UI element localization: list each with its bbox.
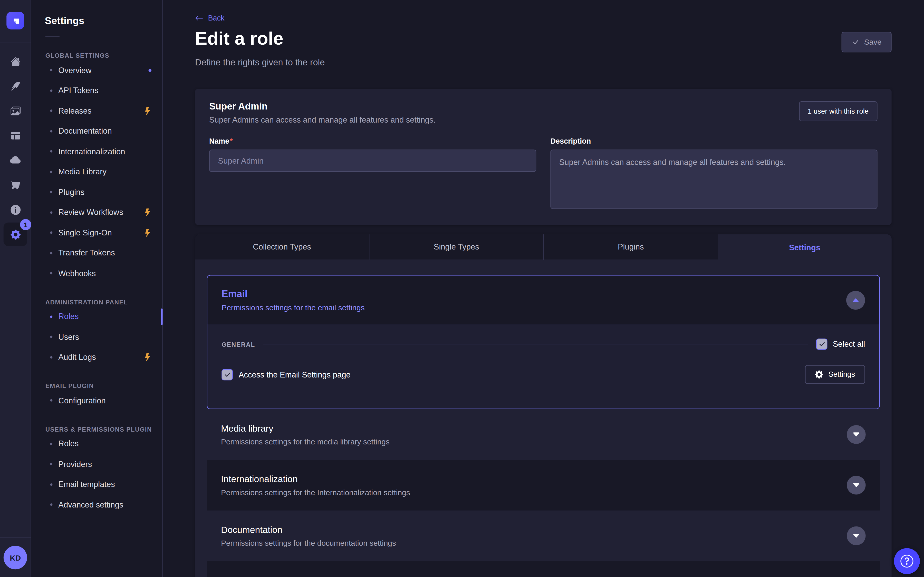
rail-divider: [0, 42, 31, 42]
sidebar-item-email-templates[interactable]: Email templates: [31, 474, 162, 495]
check-icon: [223, 371, 231, 378]
subnav-title: Settings: [31, 0, 162, 27]
description-label: Description: [550, 137, 877, 145]
access-email-settings-checkbox[interactable]: [221, 369, 233, 380]
rail-item-content-manager[interactable]: [3, 124, 27, 147]
bullet: [50, 171, 52, 173]
lightning-icon: [144, 353, 152, 361]
sidebar-item-single-sign-on[interactable]: Single Sign-On: [31, 222, 162, 243]
sidebar-item-plugins[interactable]: Plugins: [31, 182, 162, 202]
check-icon: [851, 38, 859, 46]
role-fields: Name* Description Super Admins can acces…: [209, 137, 877, 211]
expand-button[interactable]: [847, 527, 866, 545]
expand-button[interactable]: [847, 476, 866, 495]
caret-down-icon: [852, 481, 860, 489]
role-name: Super Admin: [209, 101, 436, 112]
bullet: [50, 336, 52, 338]
nav-list-email: Configuration: [31, 390, 162, 411]
name-field-group: Name*: [209, 137, 536, 211]
feather-icon: [10, 81, 20, 91]
panel-body: Email Permissions settings for the email…: [195, 260, 892, 577]
save-button[interactable]: Save: [842, 32, 892, 52]
tab-collection-types[interactable]: Collection Types: [195, 234, 370, 260]
users-with-role-button[interactable]: 1 user with this role: [799, 101, 877, 121]
permissions-panel: Collection Types Single Types Plugins Se…: [195, 234, 892, 577]
strapi-logo[interactable]: [6, 12, 24, 29]
user-avatar[interactable]: KD: [3, 546, 27, 569]
role-card-titles: Super Admin Super Admins can access and …: [209, 101, 436, 124]
bullet: [50, 483, 52, 485]
bullet: [50, 211, 52, 214]
help-button[interactable]: [894, 548, 920, 574]
description-textarea[interactable]: Super Admins can access and manage all f…: [550, 150, 877, 209]
accordion-plugins-marketplace[interactable]: Plugins and marketplace: [207, 561, 880, 577]
caret-up-icon: [851, 296, 860, 304]
sidebar-item-users[interactable]: Users: [31, 327, 162, 347]
email-settings-button[interactable]: Settings: [805, 365, 865, 384]
caret-down-icon: [852, 532, 860, 540]
rail-item-content-type-builder[interactable]: [3, 74, 27, 98]
bullet: [50, 463, 52, 465]
sidebar-item-audit-logs[interactable]: Audit Logs: [31, 347, 162, 367]
rail-bottom-divider: [0, 537, 31, 538]
gear-icon: [815, 370, 823, 379]
rail-item-settings[interactable]: 1: [3, 222, 27, 246]
rail-item-media-library[interactable]: [3, 99, 27, 122]
rail-item-deploy[interactable]: [3, 148, 27, 172]
bullet: [50, 232, 52, 234]
bullet: [50, 443, 52, 445]
sidebar-item-overview[interactable]: Overview: [31, 60, 162, 80]
sidebar-item-webhooks[interactable]: Webhooks: [31, 263, 162, 284]
accordion-internationalization[interactable]: Internationalization Permissions setting…: [207, 460, 880, 510]
sidebar-item-configuration[interactable]: Configuration: [31, 390, 162, 411]
accordion-row-titles: Media library Permissions settings for t…: [221, 423, 389, 446]
layout-icon: [10, 131, 20, 140]
sidebar-item-transfer-tokens[interactable]: Transfer Tokens: [31, 243, 162, 263]
sidebar-item-releases[interactable]: Releases: [31, 101, 162, 121]
back-link[interactable]: Back: [195, 14, 225, 22]
cart-icon: [10, 180, 20, 190]
sidebar-item-documentation[interactable]: Documentation: [31, 121, 162, 141]
rail-item-marketplace[interactable]: [3, 173, 27, 197]
email-permission-row: Access the Email Settings page Settings: [221, 365, 865, 384]
section-label-email-plugin: EMAIL PLUGIN: [31, 382, 162, 389]
accordion-email: Email Permissions settings for the email…: [207, 275, 880, 409]
accordion-email-titles: Email Permissions settings for the email…: [221, 288, 365, 312]
sidebar-item-review-workflows[interactable]: Review Workflows: [31, 202, 162, 222]
bullet: [50, 150, 52, 153]
sidebar-item-api-tokens[interactable]: API Tokens: [31, 80, 162, 100]
accordion-email-subtitle: Permissions settings for the email setti…: [221, 303, 365, 311]
rail-item-info[interactable]: [3, 198, 27, 221]
sidebar-item-roles[interactable]: Roles: [31, 306, 162, 327]
select-all-checkbox[interactable]: [816, 338, 827, 350]
section-label-administration-panel: ADMINISTRATION PANEL: [31, 298, 162, 305]
rail-bottom: KD: [0, 537, 31, 577]
collapse-button[interactable]: [846, 290, 865, 309]
tab-single-types[interactable]: Single Types: [370, 234, 544, 260]
arrow-left-icon: [195, 14, 203, 22]
sidebar-item-media-library[interactable]: Media Library: [31, 161, 162, 182]
name-input[interactable]: [209, 150, 536, 172]
group-divider-line: [263, 344, 808, 344]
sidebar-item-providers[interactable]: Providers: [31, 454, 162, 474]
rail-item-home[interactable]: [3, 50, 27, 73]
sidebar-item-internationalization[interactable]: Internationalization: [31, 141, 162, 161]
accordion-documentation[interactable]: Documentation Permissions settings for t…: [207, 511, 880, 561]
lightning-icon: [144, 208, 152, 216]
accordion-email-header[interactable]: Email Permissions settings for the email…: [207, 276, 879, 324]
role-details-card: Super Admin Super Admins can access and …: [195, 89, 892, 225]
bullet: [50, 316, 52, 318]
bullet: [50, 130, 52, 132]
sidebar-item-up-roles[interactable]: Roles: [31, 434, 162, 454]
images-icon: [10, 106, 20, 116]
bullet: [50, 252, 52, 254]
tab-plugins[interactable]: Plugins: [544, 234, 718, 260]
tab-settings[interactable]: Settings: [718, 234, 892, 260]
nav-list-global: Overview API Tokens Releases Documentati…: [31, 60, 162, 284]
home-icon: [10, 56, 20, 66]
accordion-media-library[interactable]: Media library Permissions settings for t…: [207, 409, 880, 460]
bullet: [50, 69, 52, 71]
expand-button[interactable]: [847, 425, 866, 444]
select-all-label: Select all: [833, 340, 865, 348]
sidebar-item-advanced-settings[interactable]: Advanced settings: [31, 495, 162, 515]
